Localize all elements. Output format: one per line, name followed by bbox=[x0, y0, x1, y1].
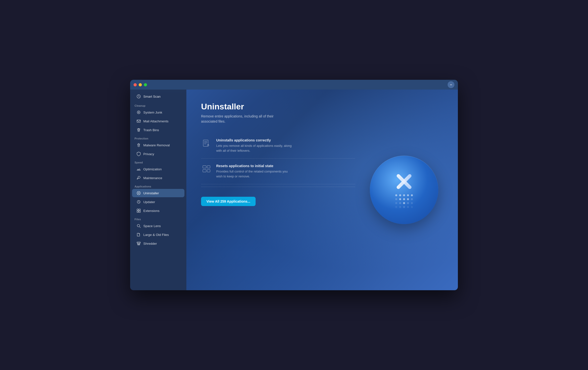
svg-rect-6 bbox=[137, 211, 138, 212]
sidebar-label-maintenance: Maintenance bbox=[143, 176, 162, 180]
section-label-cleanup: Cleanup bbox=[130, 102, 186, 108]
sidebar-label-uninstaller: Uninstaller bbox=[143, 191, 159, 195]
main-content: Uninstaller Remove entire applications, … bbox=[186, 90, 458, 290]
sidebar-item-mail-attachments[interactable]: Mail Attachments bbox=[132, 117, 184, 125]
content-left: Uninstaller Remove entire applications, … bbox=[201, 102, 355, 278]
sidebar-item-smart-scan[interactable]: Smart Scan bbox=[132, 92, 184, 101]
app-icon-circle bbox=[370, 156, 438, 224]
feature-title-1: Uninstalls applications correctly bbox=[216, 138, 294, 142]
shredder-icon bbox=[136, 241, 141, 246]
optimization-icon bbox=[136, 167, 141, 171]
extensions-icon bbox=[136, 208, 141, 213]
svg-rect-13 bbox=[207, 166, 210, 168]
sidebar-label-shredder: Shredder bbox=[143, 242, 157, 245]
uninstalls-icon bbox=[201, 138, 212, 149]
svg-rect-2 bbox=[137, 120, 140, 122]
sidebar-item-privacy[interactable]: Privacy bbox=[132, 150, 184, 158]
sidebar-label-large-old-files: Large & Old Files bbox=[143, 233, 169, 237]
feature-text-1: Uninstalls applications correctly Lets y… bbox=[216, 138, 294, 153]
feature-title-2: Resets applications to initial state bbox=[216, 164, 294, 168]
sidebar-item-maintenance[interactable]: Maintenance bbox=[132, 174, 184, 182]
svg-rect-10 bbox=[203, 140, 208, 146]
sidebar-label-system-junk: System Junk bbox=[143, 111, 162, 114]
minimize-button[interactable] bbox=[139, 83, 142, 86]
sidebar-label-mail-attachments: Mail Attachments bbox=[143, 119, 169, 123]
app-icon-area bbox=[365, 102, 443, 278]
sidebar-item-malware-removal[interactable]: Malware Removal bbox=[132, 141, 184, 149]
sidebar-item-trash-bins[interactable]: Trash Bins bbox=[132, 126, 184, 134]
feature-text-2: Resets applications to initial state Pro… bbox=[216, 164, 294, 179]
malware-icon bbox=[136, 143, 141, 147]
sidebar-label-optimization: Optimization bbox=[143, 167, 162, 171]
close-button[interactable] bbox=[134, 83, 137, 86]
resets-icon bbox=[201, 164, 212, 175]
uninstaller-x-icon bbox=[393, 172, 415, 191]
sidebar-item-large-old-files[interactable]: Large & Old Files bbox=[132, 231, 184, 239]
large-files-icon bbox=[136, 232, 141, 237]
sidebar-item-updater[interactable]: Updater bbox=[132, 198, 184, 206]
privacy-icon bbox=[136, 152, 141, 156]
app-window: •• Smart Scan Cleanup bbox=[130, 80, 458, 290]
trash-icon bbox=[136, 128, 141, 132]
dots-grid bbox=[395, 194, 413, 208]
svg-rect-14 bbox=[207, 170, 210, 172]
feature-desc-2: Provides full control of the related com… bbox=[216, 169, 294, 179]
section-label-files: Files bbox=[130, 215, 186, 222]
svg-rect-12 bbox=[203, 170, 206, 172]
sidebar-label-malware-removal: Malware Removal bbox=[143, 143, 170, 147]
title-bar: •• bbox=[130, 80, 458, 90]
section-label-applications: Applications bbox=[130, 183, 186, 189]
sidebar-label-privacy: Privacy bbox=[143, 152, 154, 156]
section-label-protection: Protection bbox=[130, 135, 186, 141]
updater-icon bbox=[136, 200, 141, 204]
page-subtitle: Remove entire applications, including al… bbox=[201, 114, 284, 124]
sidebar: Smart Scan Cleanup System Junk bbox=[130, 90, 186, 290]
sidebar-item-extensions[interactable]: Extensions bbox=[132, 207, 184, 215]
feature-list: Uninstalls applications correctly Lets y… bbox=[201, 133, 355, 184]
space-lens-icon bbox=[136, 224, 141, 228]
section-label-speed: Speed bbox=[130, 159, 186, 165]
uninstaller-icon bbox=[136, 191, 141, 195]
svg-rect-5 bbox=[139, 209, 140, 210]
mail-icon bbox=[136, 119, 141, 123]
svg-rect-7 bbox=[139, 211, 140, 212]
profile-icon[interactable]: •• bbox=[448, 81, 454, 88]
feature-item-2: Resets applications to initial state Pro… bbox=[201, 159, 355, 184]
sidebar-label-extensions: Extensions bbox=[143, 209, 159, 213]
page-title: Uninstaller bbox=[201, 102, 355, 111]
feature-item-1: Uninstalls applications correctly Lets y… bbox=[201, 133, 355, 159]
traffic-lights bbox=[134, 83, 147, 86]
maintenance-icon bbox=[136, 176, 141, 180]
scan-icon bbox=[136, 94, 141, 99]
sidebar-item-optimization[interactable]: Optimization bbox=[132, 165, 184, 173]
svg-rect-4 bbox=[137, 209, 138, 210]
divider bbox=[201, 187, 355, 187]
sidebar-item-uninstaller[interactable]: Uninstaller bbox=[132, 189, 184, 197]
svg-rect-11 bbox=[203, 166, 206, 168]
sidebar-item-shredder[interactable]: Shredder bbox=[132, 239, 184, 248]
sidebar-label-updater: Updater bbox=[143, 200, 155, 204]
system-junk-icon bbox=[136, 110, 141, 115]
svg-point-8 bbox=[137, 224, 140, 227]
view-all-applications-button[interactable]: View All 259 Applications... bbox=[201, 197, 256, 206]
feature-desc-1: Lets you remove all kinds of application… bbox=[216, 143, 294, 153]
content-inner: Uninstaller Remove entire applications, … bbox=[201, 102, 443, 278]
sidebar-item-space-lens[interactable]: Space Lens bbox=[132, 222, 184, 230]
sidebar-label-trash-bins: Trash Bins bbox=[143, 128, 159, 132]
sidebar-item-label: Smart Scan bbox=[143, 95, 161, 98]
sidebar-item-system-junk[interactable]: System Junk bbox=[132, 108, 184, 116]
window-body: Smart Scan Cleanup System Junk bbox=[130, 90, 458, 290]
sidebar-label-space-lens: Space Lens bbox=[143, 224, 161, 228]
maximize-button[interactable] bbox=[144, 83, 147, 86]
